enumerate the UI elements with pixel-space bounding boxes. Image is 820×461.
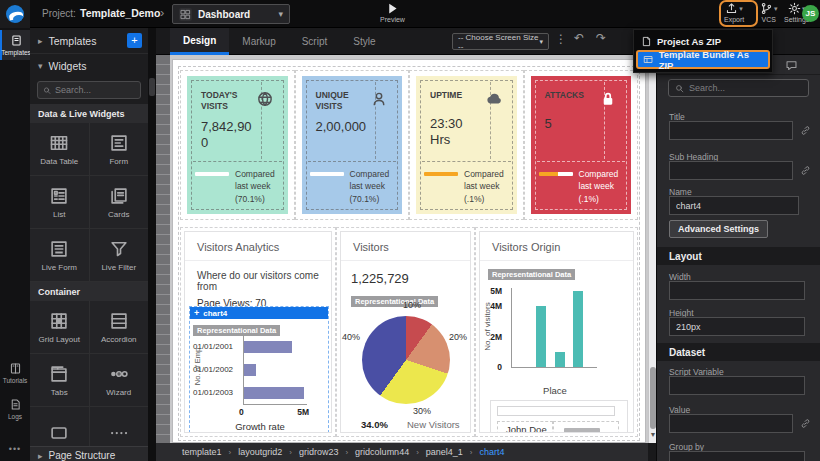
accordion-icon (109, 311, 129, 331)
rail-item-tutorials[interactable]: Tutorials (0, 358, 30, 388)
tab-markup[interactable]: Markup (229, 28, 288, 55)
grid-cell: ATTACKS5Compared last week (.1%) (524, 70, 639, 220)
width-field[interactable] (669, 281, 805, 300)
bar (244, 364, 256, 376)
widget-tile-cards[interactable]: Cards (90, 176, 149, 228)
export-button[interactable]: ▾ Export (724, 2, 744, 23)
origin-table-widget[interactable]: John Doe 20 (490, 400, 628, 433)
breadcrumb-item-chart4[interactable]: chart4 (480, 447, 505, 457)
widget-tile-wizard[interactable]: Wizard (90, 354, 149, 406)
more-options-button[interactable]: ••• (0, 444, 30, 454)
page-selector-dropdown[interactable]: Dashboard ▾ (172, 4, 290, 24)
bind-icon[interactable] (800, 165, 811, 176)
script-variable-field[interactable] (669, 376, 805, 395)
stat-card-uptime[interactable]: UPTIME23:30 HrsCompared last week (.1%) (416, 76, 517, 214)
page-structure-header[interactable]: ▸ Page Structure (30, 446, 148, 461)
widget-tile-form[interactable]: Form (90, 123, 149, 175)
stat-card-unique-visits[interactable]: UNIQUE VISITS2,00,000Compared last week … (302, 76, 403, 214)
layout-section-header[interactable]: Layout (657, 247, 820, 265)
height-field[interactable] (669, 317, 805, 336)
bind-icon[interactable] (800, 125, 811, 136)
page-structure-label: Page Structure (49, 450, 116, 461)
bind-icon[interactable] (800, 418, 811, 429)
x-axis-label: Growth rate (190, 421, 330, 432)
tab-design[interactable]: Design (170, 28, 229, 55)
templates-icon (10, 34, 23, 47)
app-logo[interactable] (0, 0, 30, 28)
advanced-settings-button[interactable]: Advanced Settings (669, 220, 768, 238)
selected-chart4-widget[interactable]: + chart4 Representational Data 01/01/200… (189, 306, 329, 433)
stat-card-attacks[interactable]: ATTACKS5Compared last week (.1%) (531, 76, 632, 214)
visitors-panel[interactable]: Visitors 1,225,729 Representational Data… (340, 231, 471, 433)
chevron-down-icon: ▾ (539, 38, 543, 46)
export-menu-item[interactable]: Template Bundle As ZIP (636, 50, 770, 69)
widget-tile-live-form[interactable]: Live Form (30, 229, 89, 281)
stat-card-today-s-visits[interactable]: TODAY'S VISITS7,842,900Compared last wee… (187, 76, 288, 214)
widgets-section-header[interactable]: ▾ Widgets (30, 54, 148, 78)
dataset-section-header[interactable]: Dataset (657, 343, 820, 361)
tab-style[interactable]: Style (340, 28, 388, 55)
chevron-down-icon: ▾ (739, 5, 743, 13)
dashboard-icon (179, 8, 192, 21)
visitors-analytics-panel[interactable]: Visitors Analytics Where do our visitors… (184, 231, 332, 433)
breadcrumb-item-gridrow23[interactable]: gridrow23 (299, 447, 339, 457)
progress-bar (424, 172, 458, 176)
kebab-menu-icon[interactable]: ⋮ (555, 32, 567, 46)
sub-heading-field[interactable] (669, 161, 793, 180)
pie-chart (362, 316, 450, 404)
vertical-ruler (156, 55, 170, 443)
rail-item-logs[interactable]: Logs (0, 394, 30, 424)
visitors-origin-panel[interactable]: Visitors Origin Representational Data 5M… (479, 231, 634, 433)
bar-chart-horizontal: 01/01/200101/01/200201/01/2003 (193, 335, 327, 404)
widget-tile-list[interactable]: List (30, 176, 89, 228)
undo-icon[interactable]: ↶ (574, 31, 584, 45)
breadcrumb-item-template1[interactable]: template1 (182, 447, 222, 457)
name-field[interactable] (669, 196, 799, 215)
redo-icon[interactable]: ↷ (596, 31, 606, 45)
partial-widget-tile[interactable] (30, 407, 89, 446)
export-menu-item[interactable]: Project As ZIP (636, 33, 770, 50)
widget-selection-header[interactable]: + chart4 (190, 307, 328, 319)
add-template-button[interactable]: + (127, 33, 142, 48)
y-tick: 5M (490, 286, 502, 296)
widget-tile-grid-layout[interactable]: Grid Layout (30, 301, 89, 353)
play-icon (386, 2, 399, 15)
widget-tile-data-table[interactable]: Data Table (30, 123, 89, 175)
breadcrumb-item-gridcolumn44[interactable]: gridcolumn44 (355, 447, 409, 457)
value-field[interactable] (669, 414, 793, 433)
chevron-right-icon: › (416, 448, 419, 457)
design-canvas[interactable]: TODAY'S VISITS7,842,900Compared last wee… (170, 55, 648, 443)
card-divider (308, 161, 397, 162)
panel-title: Visitors Origin (480, 232, 633, 261)
logs-icon (9, 398, 22, 411)
partial-widget-tile[interactable] (90, 407, 149, 446)
table-cell-badge: 20 (553, 421, 619, 433)
globe-icon (256, 90, 274, 108)
title-field[interactable] (669, 121, 793, 140)
user-avatar[interactable]: JS (802, 5, 819, 22)
panel-resize-handle[interactable] (149, 78, 155, 96)
chat-icon[interactable] (785, 59, 798, 72)
bar-zone (243, 335, 327, 358)
legend-label: Return Visitors (407, 432, 469, 433)
widget-search-input[interactable] (55, 85, 135, 95)
widget-tile-accordion[interactable]: Accordion (90, 301, 149, 353)
group-by-field[interactable] (669, 451, 805, 461)
y-tick: 2M (490, 332, 502, 342)
selected-widget-name: chart4 (203, 309, 227, 318)
widget-tile-tabs[interactable]: Tabs (30, 354, 89, 406)
tab-script[interactable]: Script (289, 28, 341, 55)
breadcrumb-item-layoutgrid2[interactable]: layoutgrid2 (238, 447, 282, 457)
properties-search-input[interactable] (689, 83, 794, 93)
table-search-field[interactable] (497, 406, 615, 416)
breadcrumb-item-panel4_1[interactable]: panel4_1 (426, 447, 463, 457)
widget-tile-live-filter[interactable]: Live Filter (90, 229, 149, 281)
screen-size-dropdown[interactable]: -- Choose Screen Size -- ▾ (452, 33, 549, 50)
card-compare-text: Compared last week (70.1%) (235, 168, 282, 205)
card-divider (422, 161, 511, 162)
vcs-button[interactable]: ▾ VCS (760, 2, 778, 23)
templates-section-header[interactable]: ▸ Templates + (30, 28, 148, 54)
rail-item-templates[interactable]: Templates (0, 30, 30, 60)
preview-button[interactable]: Preview (380, 2, 405, 23)
canvas-scrollbar[interactable]: ▼ (648, 55, 656, 443)
